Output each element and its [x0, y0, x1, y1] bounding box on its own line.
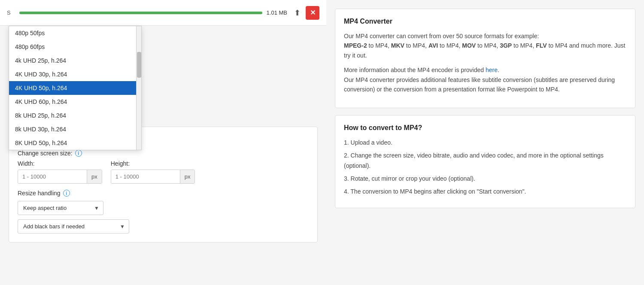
resolution-dropdown-item[interactable]: 480p 60fps: [9, 40, 141, 54]
height-label: Height:: [111, 160, 195, 167]
height-input-wrapper: px: [111, 170, 195, 184]
how-to-convert-card: How to convert to MP4? 1. Upload a video…: [335, 115, 635, 208]
resolution-dropdown-item[interactable]: 4K UHD 60p, h.264: [9, 95, 141, 109]
resolution-dropdown-item[interactable]: 4K UHD 30p, h.264: [9, 67, 141, 81]
mp4-converter-card: MP4 Converter Our MP4 converter can conv…: [335, 9, 635, 108]
width-input[interactable]: [18, 170, 87, 183]
screen-size-info-icon[interactable]: i: [75, 150, 82, 157]
width-label: Width:: [18, 160, 102, 167]
resolution-dropdown-item[interactable]: 8K UHD 50p, h.264: [9, 136, 141, 150]
mp4-description-1: Our MP4 converter can convert from over …: [344, 31, 626, 60]
how-to-step: 2. Change the screen size, video bitrate…: [344, 151, 626, 171]
black-bars-select[interactable]: Add black bars if needed No black bars: [18, 219, 129, 233]
width-field: Width: px: [18, 160, 102, 184]
file-size: 1.01 MB: [267, 9, 287, 16]
how-to-title: How to convert to MP4?: [344, 124, 626, 132]
dropdown-scrollbar[interactable]: [136, 26, 141, 150]
keep-aspect-select-wrapper: Keep aspect ratio Stretch Crop ▼: [18, 201, 103, 215]
change-screen-size-label: Change screen size: i: [18, 150, 309, 157]
resolution-dropdown-item[interactable]: 4K UHD 50p, h.264: [9, 81, 141, 95]
mp4-description-2: More information about the MP4 encoder i…: [344, 65, 626, 94]
resolution-dropdown-list[interactable]: 480p 50fps480p 60fps4k UHD 25p, h.2644K …: [9, 26, 142, 150]
height-unit-label: px: [180, 170, 195, 183]
resolution-dropdown-item[interactable]: 4k UHD 25p, h.264: [9, 54, 141, 67]
file-label: S: [7, 9, 11, 16]
change-screen-size-group: Change screen size: i Width: px Heig: [18, 150, 309, 184]
resize-handling-section: Resize handling i Keep aspect ratio Stre…: [18, 190, 309, 233]
height-field: Height: px: [111, 160, 195, 184]
mp4-converter-body: Our MP4 converter can convert from over …: [344, 31, 626, 94]
how-to-step: 1. Upload a video.: [344, 138, 626, 148]
resolution-dropdown-item[interactable]: 480p 50fps: [9, 26, 141, 40]
how-to-step: 3. Rotate, cut mirror or crop your video…: [344, 174, 626, 184]
resolution-dropdown-item[interactable]: 8k UHD 30p, h.264: [9, 122, 141, 136]
page-wrapper: S 1.01 MB ⬆ ✕ 480p 50fps480p 60fps4k UHD…: [0, 0, 644, 285]
progress-bar-container: [19, 12, 262, 14]
resize-info-icon[interactable]: i: [63, 190, 70, 197]
width-input-wrapper: px: [18, 170, 102, 184]
how-to-list: 1. Upload a video.2. Change the screen s…: [344, 138, 626, 197]
how-to-step: 4. The conversion to MP4 begins after cl…: [344, 187, 626, 197]
dimensions-row: Width: px Height: px: [18, 160, 309, 184]
dropdown-scrollbar-thumb: [137, 52, 141, 78]
mp4-encoder-link[interactable]: here: [486, 67, 498, 73]
progress-bar-fill: [19, 12, 262, 14]
black-bars-select-wrapper: Add black bars if needed No black bars ▼: [18, 219, 129, 233]
resolution-dropdown-item[interactable]: 8k UHD 25p, h.264: [9, 109, 141, 122]
width-unit-label: px: [87, 170, 102, 183]
mp4-converter-title: MP4 Converter: [344, 18, 626, 25]
upload-button[interactable]: ⬆: [292, 6, 302, 19]
keep-aspect-select[interactable]: Keep aspect ratio Stretch Crop: [18, 201, 103, 215]
top-bar: S 1.01 MB ⬆ ✕: [0, 0, 326, 26]
resize-handling-label: Resize handling i: [18, 190, 309, 197]
right-panel: MP4 Converter Our MP4 converter can conv…: [326, 0, 644, 285]
height-input[interactable]: [111, 170, 180, 183]
left-panel: S 1.01 MB ⬆ ✕ 480p 50fps480p 60fps4k UHD…: [0, 0, 326, 285]
close-button[interactable]: ✕: [306, 6, 319, 20]
